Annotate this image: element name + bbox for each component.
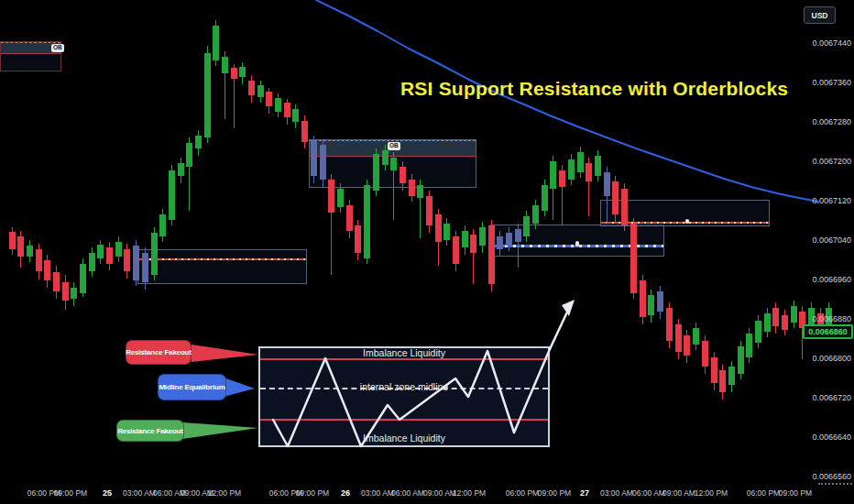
day-marker-label: 25	[103, 488, 112, 498]
price-axis-label: 0.0067280	[812, 117, 851, 126]
candle	[195, 130, 202, 156]
candle	[80, 258, 86, 297]
candle-body	[311, 140, 317, 176]
candle-body	[400, 167, 406, 183]
price-axis-label: 0.0067440	[812, 38, 851, 48]
currency-button[interactable]: USD	[804, 6, 836, 24]
chart-title[interactable]: RSI Support Resistance with Orderblocks	[400, 78, 788, 100]
time-axis-label: 06:00 AM	[391, 488, 424, 498]
candle-body	[542, 185, 548, 211]
candle-body	[124, 249, 130, 271]
internal-zone-diagram[interactable]: Imbalance Liquidity internal zone midlin…	[258, 346, 550, 447]
candle	[648, 290, 654, 323]
candle-body	[488, 225, 495, 284]
candle-body	[27, 246, 33, 257]
candle-body	[738, 346, 744, 374]
callout-label[interactable]: Resistance Fakeout	[126, 340, 192, 365]
time-axis-label: 06:00 PM	[506, 488, 539, 498]
candle	[311, 136, 317, 183]
price-axis-label: 0.0066640	[812, 433, 851, 442]
candle	[684, 330, 690, 363]
candle	[666, 302, 673, 348]
candle	[17, 231, 24, 268]
candle-body	[17, 236, 24, 257]
price-axis[interactable]: 0.0066860 0.00674400.00673600.00672800.0…	[799, 0, 854, 481]
time-axis-label: 09:00 PM	[54, 488, 87, 498]
candle	[53, 266, 60, 299]
diagram-bottom-line	[260, 419, 548, 421]
candle	[675, 319, 682, 359]
candle-body	[390, 158, 397, 170]
diagram-label-mid: internal zone midline	[360, 381, 448, 392]
candle	[479, 222, 486, 253]
candle	[719, 365, 726, 400]
candle	[178, 158, 184, 183]
candle	[426, 191, 432, 233]
candle-body	[640, 280, 646, 317]
candle	[257, 81, 264, 103]
candle	[640, 275, 646, 324]
candle	[142, 247, 148, 290]
candle-body	[292, 109, 299, 122]
candle-body	[711, 357, 717, 383]
candle-body	[693, 328, 699, 345]
price-axis-label: 0.0066720	[812, 393, 851, 402]
candle-body	[657, 291, 663, 312]
time-axis-label: 12:00 PM	[208, 488, 241, 498]
candle-body	[115, 242, 122, 257]
candle	[550, 156, 556, 220]
price-axis-label: 0.0066960	[812, 275, 851, 284]
candle-body	[550, 161, 556, 189]
time-axis-label: 09:00 AM	[662, 488, 695, 498]
candle-body	[648, 295, 654, 315]
candle-body	[9, 232, 16, 249]
candle	[292, 104, 299, 128]
time-axis-label: 09:00 PM	[779, 488, 812, 498]
time-axis[interactable]: 06:00 PM09:00 PM2503:00 AM06:00 AM09:00 …	[0, 481, 854, 504]
candle-body	[382, 150, 389, 165]
candle-body	[169, 170, 175, 220]
candle	[621, 183, 628, 231]
candle-body	[612, 181, 619, 214]
candle-body	[479, 227, 486, 246]
candle-body	[195, 136, 202, 148]
candle	[462, 225, 468, 255]
time-axis-label: 09:00 AM	[423, 488, 456, 498]
chart-stage[interactable]: OBOB Imbalance Liquidity internal zone m…	[0, 0, 854, 504]
candle-body	[426, 196, 432, 225]
callout-label[interactable]: Midline Equalibrium	[158, 374, 226, 400]
candle-body	[702, 341, 708, 367]
price-axis-label: 0.0066560	[812, 472, 851, 481]
price-axis-label: 0.0066880	[812, 314, 851, 323]
candle-body	[604, 172, 610, 196]
candle-body	[62, 282, 69, 301]
candle	[355, 220, 361, 260]
time-axis-label: 06:00 PM	[747, 488, 780, 498]
candle-body	[684, 335, 690, 356]
time-axis-label: 12:00 PM	[695, 488, 728, 498]
candle	[328, 174, 334, 275]
time-axis-label: 03:00 AM	[600, 488, 633, 498]
candle-body	[36, 249, 42, 271]
candle-body	[666, 308, 673, 341]
candle-body	[755, 321, 761, 343]
candle-body	[151, 233, 158, 275]
candle	[222, 51, 228, 119]
candle	[532, 200, 539, 229]
candle	[746, 328, 752, 363]
candle-body	[142, 253, 148, 282]
candle	[231, 64, 237, 128]
candle	[470, 229, 476, 284]
candle-body	[506, 233, 512, 246]
candle-body	[746, 334, 752, 357]
candle	[755, 315, 761, 348]
candle	[443, 218, 450, 246]
candle	[186, 137, 192, 211]
candle	[612, 176, 619, 222]
day-marker-label: 27	[580, 488, 589, 498]
candle	[523, 211, 530, 242]
candle	[44, 255, 50, 288]
callout-label[interactable]: Resistance Fakeout	[116, 420, 184, 442]
candle-body	[577, 152, 584, 172]
candle-body	[222, 57, 228, 73]
